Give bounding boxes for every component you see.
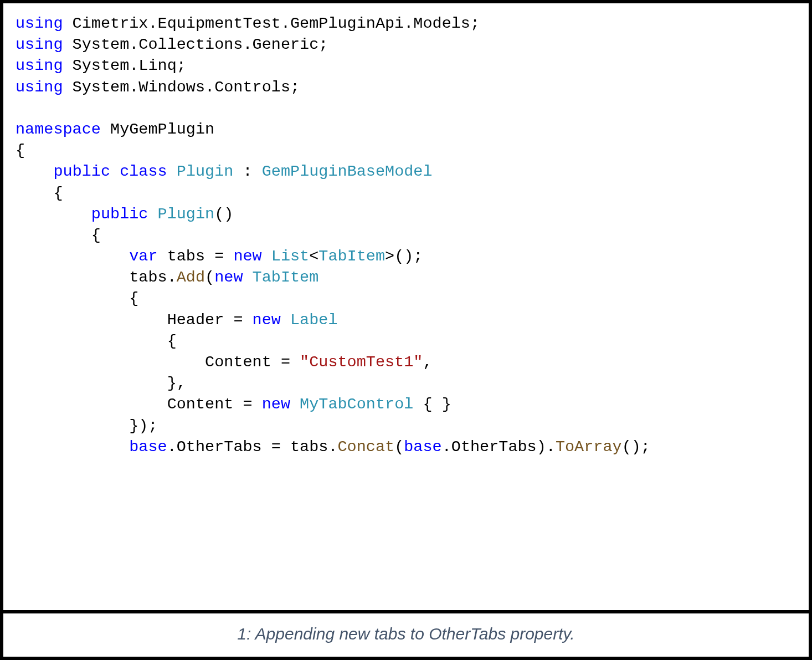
indent [16, 247, 129, 265]
indent [16, 395, 167, 413]
angle-bracket: < [309, 247, 318, 265]
paren: ( [205, 268, 214, 286]
space [281, 311, 290, 329]
keyword-namespace: namespace [16, 120, 101, 139]
indent [16, 353, 205, 371]
keyword-new: new [214, 268, 243, 286]
figure-frame: using Cimetrix.EquipmentTest.GemPluginAp… [0, 0, 812, 660]
keyword-using: using [16, 35, 63, 54]
paren: ( [394, 438, 404, 456]
keyword-base: base [404, 438, 441, 456]
caption-panel: 1: Appending new tabs to OtherTabs prope… [3, 613, 809, 657]
code-text: tabs. [129, 268, 177, 286]
namespace-ref: System.Linq; [63, 57, 186, 75]
code-text: .OtherTabs). [442, 438, 556, 456]
namespace-ref: Cimetrix.EquipmentTest.GemPluginApi.Mode… [63, 14, 480, 33]
keyword-public: public [91, 205, 148, 223]
indent [16, 205, 91, 223]
parens: () [214, 205, 233, 223]
type-tabitem: TabItem [253, 268, 319, 286]
namespace-ref: System.Collections.Generic; [63, 35, 328, 54]
code-text: { } [413, 395, 451, 413]
colon: : [233, 162, 261, 181]
code-text: { [16, 332, 177, 350]
code-text: .OtherTabs = tabs. [167, 438, 338, 456]
keyword-public: public [53, 162, 110, 181]
brace: { [53, 184, 63, 202]
space [290, 395, 300, 413]
brace: { [16, 141, 25, 160]
brace: { [91, 226, 101, 244]
space [167, 162, 177, 181]
space [110, 162, 120, 181]
code-text: }, [16, 374, 186, 392]
code-text: Header = [167, 311, 253, 329]
keyword-using: using [16, 78, 63, 96]
comma: , [423, 353, 432, 371]
indent [16, 162, 53, 181]
keyword-base: base [129, 438, 167, 456]
code-text: }); [16, 417, 158, 435]
code-text: tabs = [158, 247, 234, 265]
member-add: Add [177, 268, 205, 286]
code-block: using Cimetrix.EquipmentTest.GemPluginAp… [16, 13, 799, 458]
type-list: List [271, 247, 309, 265]
member-toarray: ToArray [556, 438, 622, 456]
code-text: { [16, 289, 138, 308]
keyword-new: new [233, 247, 261, 265]
keyword-var: var [129, 247, 157, 265]
keyword-using: using [16, 14, 63, 33]
code-text: Content = [167, 395, 262, 413]
namespace-name: MyGemPlugin [101, 120, 214, 139]
indent [16, 311, 167, 329]
space [262, 247, 271, 265]
code-text: Content = [205, 353, 300, 371]
indent [16, 268, 129, 286]
space [148, 205, 157, 223]
type-tabitem: TabItem [318, 247, 385, 265]
type-label: Label [290, 311, 338, 329]
indent [16, 226, 91, 244]
code-text: >(); [385, 247, 423, 265]
code-panel: using Cimetrix.EquipmentTest.GemPluginAp… [3, 3, 809, 613]
keyword-class: class [120, 162, 167, 181]
type-mytabcontrol: MyTabControl [300, 395, 413, 413]
keyword-new: new [262, 395, 290, 413]
namespace-ref: System.Windows.Controls; [63, 78, 300, 96]
indent [16, 438, 129, 456]
base-class-name: GemPluginBaseModel [262, 162, 433, 181]
member-concat: Concat [338, 438, 395, 456]
indent [16, 184, 53, 202]
keyword-using: using [16, 57, 63, 75]
keyword-new: new [253, 311, 281, 329]
code-text: (); [622, 438, 650, 456]
figure-caption: 1: Appending new tabs to OtherTabs prope… [237, 625, 574, 643]
string-literal: "CustomTest1" [300, 353, 423, 371]
class-name: Plugin [177, 162, 234, 181]
space [243, 268, 252, 286]
constructor-name: Plugin [158, 205, 215, 223]
